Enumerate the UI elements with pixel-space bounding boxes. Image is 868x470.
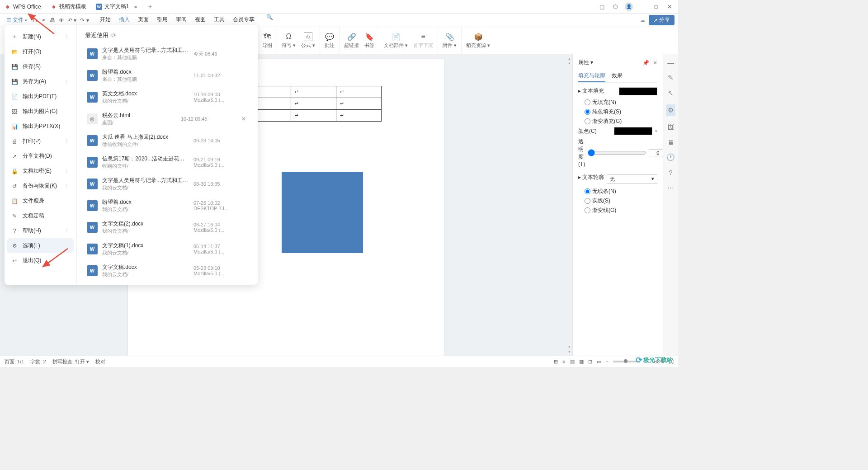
more-icon[interactable]: ⋯: [667, 183, 674, 192]
select-icon[interactable]: ↖: [668, 89, 674, 97]
ribbon-hyperlink[interactable]: 🔗超链接: [344, 32, 359, 49]
radio-no-fill[interactable]: 无填充(N): [585, 99, 657, 106]
file-menu-item-10[interactable]: ↺备份与恢复(K)〉: [5, 179, 76, 193]
view-6-icon[interactable]: ▭: [597, 359, 601, 365]
remove-recent-icon[interactable]: ✕: [240, 116, 248, 122]
recent-file-item[interactable]: W 英文文档.docx我的云文档/ 10-16 09:03Mozilla/5.0…: [85, 86, 250, 108]
maximize-button[interactable]: □: [652, 4, 660, 10]
clock-icon[interactable]: 🕐: [666, 153, 675, 161]
radio-solid-line[interactable]: 实线(S): [585, 197, 657, 205]
table-cell[interactable]: ↵: [291, 98, 336, 110]
close-panel-icon[interactable]: ✕: [653, 60, 657, 66]
search-icon[interactable]: 🔍: [266, 14, 273, 26]
view-1-icon[interactable]: ⊞: [554, 359, 558, 365]
tab-reference[interactable]: 引用: [157, 14, 168, 26]
preview-icon[interactable]: 👁: [59, 17, 64, 24]
file-menu-item-8[interactable]: ↗分享文档(D): [5, 149, 76, 164]
tab-insert[interactable]: 插入: [119, 14, 130, 26]
word-count[interactable]: 字数: 2: [30, 358, 46, 365]
fill-color-swatch[interactable]: [619, 87, 657, 95]
tab-review[interactable]: 审阅: [176, 14, 187, 26]
edit-icon[interactable]: ✎: [668, 74, 674, 82]
recent-file-item[interactable]: W 文字文稿(2).docx我的云文档/ 06-27 16:04Mozilla/…: [85, 216, 250, 238]
table-cell[interactable]: ↵: [336, 86, 382, 98]
window-icon-2[interactable]: ⬡: [611, 4, 619, 10]
file-menu-item-3[interactable]: 💾另存为(A)〉: [5, 74, 76, 89]
zoom-out[interactable]: −: [606, 359, 609, 364]
color-picker[interactable]: [614, 127, 652, 135]
ribbon-symbol[interactable]: Ω符号 ▾: [282, 32, 296, 49]
file-menu-item-5[interactable]: 🖼输出为图片(G): [5, 104, 76, 119]
help-icon[interactable]: ?: [669, 169, 672, 176]
tab-effects[interactable]: 效果: [612, 70, 623, 82]
radio-solid-fill[interactable]: 纯色填充(S): [585, 108, 657, 116]
app-tab-document[interactable]: W 文字文稿1 ●: [91, 0, 142, 13]
ribbon-docparts[interactable]: 📄文档部件 ▾: [384, 32, 408, 49]
file-menu-item-9[interactable]: 🔒文档加密(E)〉: [5, 164, 76, 179]
recent-file-item[interactable]: W 信息第17期：2020...活动走进花溪区.doc收到的文件/ 09-21 …: [85, 151, 250, 173]
recent-file-item[interactable]: W 文字是人类用符号记录...方式和工具.docx来自：其他电脑 今天 08:4…: [85, 43, 250, 65]
outline-select[interactable]: 无▾: [607, 174, 657, 184]
window-icon-1[interactable]: ◫: [598, 4, 606, 10]
radio-no-line[interactable]: 无线条(N): [585, 188, 657, 195]
radio-gradient-line[interactable]: 渐变线(G): [585, 207, 657, 214]
gallery-icon[interactable]: 🖼: [667, 123, 674, 131]
file-menu-item-13[interactable]: ?帮助(H)〉: [5, 223, 76, 238]
tab-member[interactable]: 会员专享: [233, 14, 255, 26]
radio-gradient-fill[interactable]: 渐变填充(G): [585, 118, 657, 125]
app-tab-wps[interactable]: ◆ WPS Office: [0, 0, 46, 13]
opacity-slider[interactable]: [588, 149, 646, 156]
recent-file-item[interactable]: W 盼望着.docx我的云文档/ 07-26 10:02DESKTOP-7J..…: [85, 195, 250, 216]
ribbon-comment[interactable]: 💬批注: [325, 32, 335, 49]
cloud-icon[interactable]: ☁: [640, 17, 645, 24]
tab-tools[interactable]: 工具: [214, 14, 225, 26]
close-button[interactable]: ✕: [665, 4, 674, 10]
table-cell[interactable]: ↵: [291, 110, 336, 122]
file-menu-item-2[interactable]: 💾保存(S): [5, 59, 76, 74]
file-menu-item-14[interactable]: ⚙选项(L): [7, 238, 74, 253]
section-text-fill[interactable]: ▸ 文本填充: [578, 87, 657, 95]
recent-file-item[interactable]: W 大瓜 速看 马上撤回(2).docx微信收到的文件/ 09-26 14:05: [85, 130, 250, 151]
file-menu-item-0[interactable]: ＋新建(N)〉: [5, 29, 76, 44]
close-tab-icon[interactable]: ●: [134, 4, 137, 10]
undo-icon[interactable]: ↶ ▾: [68, 17, 76, 24]
screen-icon[interactable]: 🖥: [667, 138, 674, 146]
tab-page[interactable]: 页面: [138, 14, 149, 26]
collapse-icon[interactable]: —: [667, 59, 674, 66]
file-menu-item-12[interactable]: ✎文档定稿: [5, 208, 76, 223]
file-menu-button[interactable]: ☰ 文件 ▾: [4, 15, 30, 25]
ribbon-resources[interactable]: 📦稻壳资源 ▾: [466, 32, 490, 49]
file-menu-item-4[interactable]: 📄输出为PDF(F): [5, 89, 76, 104]
view-4-icon[interactable]: ▦: [579, 359, 584, 365]
ribbon-formula[interactable]: √x公式 ▾: [301, 32, 315, 49]
file-menu-item-7[interactable]: 🖨打印(P)〉: [5, 134, 76, 149]
section-text-outline[interactable]: ▸ 文本轮廓: [578, 174, 604, 181]
table-cell[interactable]: ↵: [336, 98, 382, 110]
share-button[interactable]: ↗ 分享: [649, 15, 675, 25]
file-menu-item-6[interactable]: 📊输出为PPTX(X): [5, 119, 76, 134]
recent-file-item[interactable]: W 文字文稿.docx我的云文档/ 05-23 09:10Mozilla/5.0…: [85, 260, 250, 282]
spell-check[interactable]: 拼写检查: 打开 ▾: [52, 358, 89, 365]
view-3-icon[interactable]: ▤: [570, 359, 575, 365]
file-menu-item-1[interactable]: 📂打开(O): [5, 44, 76, 59]
table-cell[interactable]: ↵: [291, 86, 336, 98]
shape-rectangle[interactable]: [282, 172, 363, 253]
recent-file-item[interactable]: W 盼望着.docx来自：其他电脑 11-01 08:32: [85, 65, 250, 86]
avatar[interactable]: 👤: [625, 2, 633, 11]
ribbon-bookmark[interactable]: 🔖书签: [364, 32, 374, 49]
link-icon[interactable]: ⚭: [42, 17, 46, 24]
refresh-icon[interactable]: ⟳: [111, 32, 116, 39]
redo-icon[interactable]: ↷ ▾: [80, 17, 89, 24]
file-menu-item-11[interactable]: 📋文件瘦身: [5, 193, 76, 208]
ribbon-attachment[interactable]: 📎附件 ▾: [443, 32, 457, 49]
view-5-icon[interactable]: ⊡: [588, 359, 592, 365]
recent-file-item[interactable]: ◎ 税务云.html桌面/ 10-12 09:45 ✕: [85, 108, 250, 130]
settings-icon[interactable]: ⚙: [666, 104, 675, 116]
add-tab-button[interactable]: ＋: [142, 3, 158, 11]
tab-start[interactable]: 开始: [100, 14, 111, 26]
print-icon[interactable]: 🖶: [50, 17, 55, 24]
view-2-icon[interactable]: ≡: [562, 359, 565, 364]
ribbon-mindmap[interactable]: 🗺导图: [262, 32, 272, 49]
save-icon[interactable]: 🗋: [33, 17, 38, 24]
pin-icon[interactable]: 📌: [642, 60, 649, 66]
